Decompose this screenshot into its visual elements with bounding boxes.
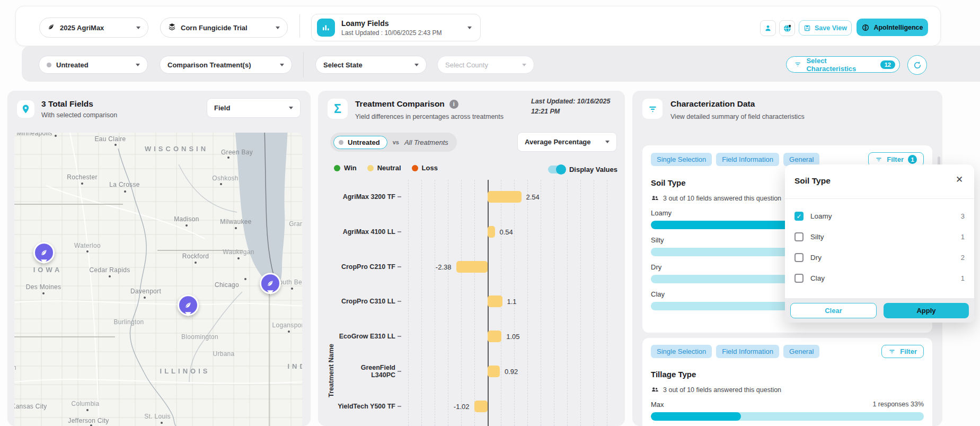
checkbox-unchecked[interactable] (794, 253, 804, 262)
popup-option-label: Clay (810, 274, 825, 282)
map-panel-title: 3 Total Fields (41, 99, 93, 109)
neutral-dot-icon (367, 165, 374, 171)
chart-tick (398, 301, 401, 302)
field-marker[interactable] (178, 294, 199, 316)
chevron-down-icon (276, 27, 280, 29)
base-treatment-label: Untreated (56, 61, 131, 69)
field-dropdown[interactable]: Field (207, 98, 301, 118)
map-panel-subtitle: With selected comparison (41, 111, 117, 119)
map[interactable]: MinneapolisEau ClaireGreen BayRochesterO… (14, 133, 302, 426)
chart-bar[interactable] (488, 366, 500, 377)
sigma-icon: Σ (334, 102, 341, 116)
chart-value-label: 0.92 (505, 368, 518, 376)
treatment-panel-subtitle: Yield differences in percentages across … (355, 113, 504, 120)
checkbox-unchecked[interactable] (794, 232, 804, 241)
chart-value-label: -1.02 (454, 402, 470, 410)
response-bar-label: Dry (651, 263, 661, 271)
chevron-down-icon (280, 64, 284, 66)
apply-button[interactable]: Apply (884, 303, 969, 318)
map-pin-icon (21, 104, 31, 114)
bar-chart-icon (317, 19, 335, 37)
leaf-icon (40, 248, 48, 257)
field-marker[interactable] (33, 242, 55, 263)
select-county-dropdown[interactable]: Select County (437, 56, 534, 74)
characterization-subtitle: View detailed summary of field character… (670, 113, 805, 120)
view-selector[interactable]: Loamy Fields Last Updated : 10/06/2025 2… (311, 14, 481, 41)
legend-item-win: Win (334, 164, 357, 172)
clear-button[interactable]: Clear (790, 303, 877, 318)
comparison-target-label: All Treatments (404, 138, 448, 146)
answered-text: 3 out of 10 fields answered this questio… (663, 386, 781, 394)
chevron-down-icon (289, 107, 293, 109)
tab-field-information[interactable]: Field Information (716, 153, 779, 166)
program-dropdown[interactable]: 2025 AgriMax (39, 18, 148, 38)
apointelligence-button[interactable]: ApoIntelligence (857, 19, 928, 36)
close-icon[interactable]: ✕ (953, 173, 966, 186)
refresh-button[interactable] (907, 55, 927, 75)
save-icon (804, 24, 811, 32)
response-bar-label: Silty (651, 236, 664, 244)
question-title: Tillage Type (651, 370, 924, 379)
vs-label: vs (393, 139, 399, 145)
response-bar-track (651, 412, 924, 421)
select-characteristics-button[interactable]: Select Characteristics 12 (786, 56, 900, 73)
win-dot-icon (334, 165, 340, 171)
user-button[interactable] (760, 20, 776, 36)
chevron-down-icon (136, 27, 140, 29)
popup-option-label: Loamy (810, 212, 832, 220)
checkbox-checked[interactable]: ✓ (794, 212, 804, 221)
metric-dropdown[interactable]: Average Percentage (517, 132, 617, 152)
field-marker[interactable] (260, 273, 281, 294)
chart-legend: WinNeutralLoss (334, 164, 438, 172)
loss-dot-icon (412, 165, 418, 171)
treatment-last-updated-time: 12:21 PM (531, 107, 621, 117)
chart-bar[interactable] (456, 261, 488, 273)
chart-bar[interactable] (488, 191, 522, 203)
filter-button-label: Filter (900, 347, 917, 355)
response-bar-fill (651, 412, 741, 421)
app-root: 2025 AgriMax Corn Fungicide Trial Loamy … (0, 0, 980, 426)
base-treatment-dropdown[interactable]: Untreated (39, 56, 148, 74)
chevron-down-icon (605, 141, 610, 143)
chart-tick (398, 406, 401, 407)
popup-option[interactable]: Silty1 (785, 227, 974, 247)
globe-button[interactable] (779, 20, 795, 36)
popup-option[interactable]: Dry2 (785, 247, 974, 268)
characterization-card-tillage: Single SelectionField InformationGeneral… (642, 338, 932, 426)
filter-badge: 1 (908, 155, 917, 164)
tab-single-selection[interactable]: Single Selection (651, 345, 712, 358)
map-markers-layer (14, 133, 302, 426)
popup-option[interactable]: ✓Loamy3 (785, 206, 974, 227)
filter-button[interactable]: Filter (881, 345, 924, 358)
select-state-dropdown[interactable]: Select State (315, 56, 427, 74)
popup-option[interactable]: Clay1 (785, 268, 974, 289)
legend-label: Neutral (377, 164, 401, 172)
chart-bar[interactable] (488, 295, 502, 307)
chart-bar[interactable] (488, 226, 495, 238)
tab-field-information[interactable]: Field Information (716, 345, 779, 358)
tab-single-selection[interactable]: Single Selection (651, 153, 712, 166)
characterization-tile (642, 99, 663, 119)
select-county-label: Select County (445, 61, 517, 69)
treatment-last-updated-date: Last Updated: 10/16/2025 (531, 97, 621, 107)
comparison-treatments-dropdown[interactable]: Comparison Treatment(s) (160, 56, 292, 74)
save-view-button[interactable]: Save View (799, 20, 852, 36)
base-treatment-pill[interactable]: Untreated (333, 136, 387, 149)
chart-y-axis-title: Treatment Name (327, 318, 335, 424)
tab-general[interactable]: General (783, 345, 819, 358)
select-state-label: Select State (323, 61, 410, 69)
response-bar-label: Max (651, 401, 664, 408)
chart-tick (398, 231, 401, 232)
base-treatment-pill-label: Untreated (348, 138, 380, 146)
trial-dropdown[interactable]: Corn Fungicide Trial (160, 18, 288, 38)
display-values-toggle[interactable] (548, 166, 565, 173)
checkbox-unchecked[interactable] (794, 274, 804, 283)
info-icon[interactable]: i (449, 100, 458, 109)
chart-bar[interactable] (488, 331, 501, 342)
popup-options: ✓Loamy3Silty1Dry2Clay1 (785, 206, 974, 289)
chart-bar[interactable] (474, 401, 488, 412)
toggle-knob (556, 164, 566, 175)
popup-divider (785, 198, 974, 199)
select-characteristics-label: Select Characteristics (806, 57, 875, 73)
popup-option-label: Dry (810, 254, 822, 262)
